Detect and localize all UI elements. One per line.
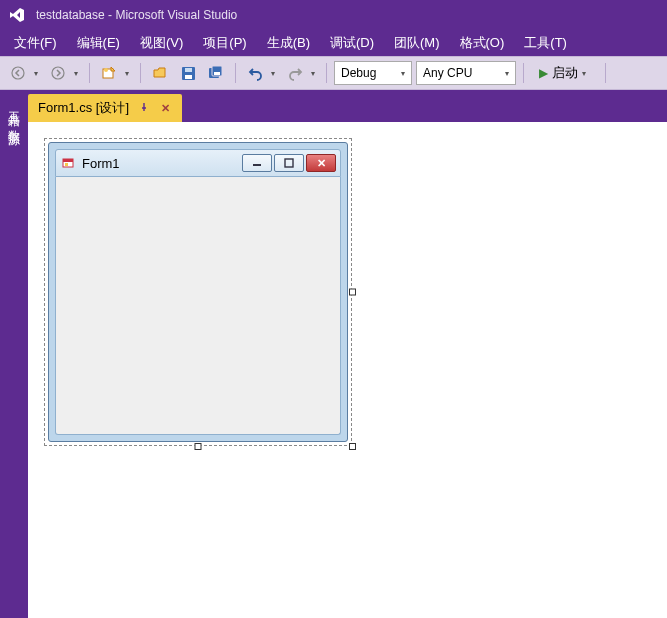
resize-handle-bottom[interactable]: [195, 443, 202, 450]
chevron-down-icon: ▾: [505, 69, 509, 78]
svg-rect-11: [63, 159, 73, 162]
svg-rect-5: [185, 75, 192, 79]
svg-rect-12: [65, 163, 68, 166]
save-all-button[interactable]: [204, 61, 228, 85]
nav-forward-button[interactable]: [46, 61, 70, 85]
toolbar-separator: [89, 63, 90, 83]
resize-handle-corner[interactable]: [349, 443, 356, 450]
side-tabs: 工具箱 数据源: [0, 90, 24, 618]
vs-logo-icon: [8, 6, 26, 24]
window-title: testdatabase - Microsoft Visual Studio: [36, 8, 237, 22]
toolbar-separator: [326, 63, 327, 83]
menu-debug[interactable]: 调试(D): [320, 31, 384, 55]
form-selection[interactable]: Form1 ✕: [48, 142, 348, 442]
menu-file[interactable]: 文件(F): [4, 31, 67, 55]
config-combo[interactable]: Debug ▾: [334, 61, 412, 85]
svg-rect-6: [185, 68, 192, 72]
svg-rect-13: [253, 164, 261, 166]
menu-project[interactable]: 项目(P): [193, 31, 256, 55]
form-title-text: Form1: [82, 156, 120, 171]
form-window-buttons: ✕: [242, 154, 336, 172]
nav-back-button[interactable]: [6, 61, 30, 85]
platform-combo[interactable]: Any CPU ▾: [416, 61, 516, 85]
document-tabs: Form1.cs [设计] ✕: [28, 94, 667, 122]
form-preview[interactable]: Form1 ✕: [48, 142, 348, 442]
side-tab-toolbox[interactable]: 工具箱: [0, 96, 24, 114]
run-button-label: 启动: [552, 64, 578, 82]
chevron-down-icon: ▾: [401, 69, 405, 78]
side-tab-datasources[interactable]: 数据源: [0, 114, 24, 132]
designer-surface[interactable]: Form1 ✕: [28, 122, 667, 618]
save-button[interactable]: [176, 61, 200, 85]
toolbar-separator: [140, 63, 141, 83]
form-close-button[interactable]: ✕: [306, 154, 336, 172]
tab-form1-design[interactable]: Form1.cs [设计] ✕: [28, 94, 182, 122]
config-combo-value: Debug: [341, 66, 376, 80]
platform-combo-value: Any CPU: [423, 66, 472, 80]
redo-button[interactable]: [283, 61, 307, 85]
chevron-down-icon[interactable]: ▾: [74, 69, 82, 78]
toolbar-separator: [523, 63, 524, 83]
menu-edit[interactable]: 编辑(E): [67, 31, 130, 55]
tab-label: Form1.cs [设计]: [38, 99, 129, 117]
chevron-down-icon[interactable]: ▾: [34, 69, 42, 78]
menu-bar: 文件(F) 编辑(E) 视图(V) 项目(P) 生成(B) 调试(D) 团队(M…: [0, 30, 667, 56]
svg-rect-14: [285, 159, 293, 167]
chevron-down-icon: ▾: [582, 69, 590, 78]
form-icon: [62, 156, 76, 170]
form-titlebar: Form1 ✕: [55, 149, 341, 177]
chevron-down-icon[interactable]: ▾: [311, 69, 319, 78]
open-file-button[interactable]: [148, 61, 172, 85]
run-button[interactable]: ▶ 启动 ▾: [531, 61, 598, 85]
svg-point-3: [104, 68, 108, 72]
pin-icon[interactable]: [137, 102, 151, 114]
form-client-area[interactable]: [55, 177, 341, 435]
chevron-down-icon[interactable]: ▾: [125, 69, 133, 78]
svg-rect-9: [214, 72, 220, 75]
menu-team[interactable]: 团队(M): [384, 31, 450, 55]
chevron-down-icon[interactable]: ▾: [271, 69, 279, 78]
undo-button[interactable]: [243, 61, 267, 85]
form-maximize-button[interactable]: [274, 154, 304, 172]
menu-build[interactable]: 生成(B): [257, 31, 320, 55]
play-icon: ▶: [539, 66, 548, 80]
new-project-button[interactable]: [97, 61, 121, 85]
form-minimize-button[interactable]: [242, 154, 272, 172]
resize-handle-right[interactable]: [349, 289, 356, 296]
main-area: 工具箱 数据源 Form1.cs [设计] ✕: [0, 90, 667, 618]
svg-point-1: [52, 67, 64, 79]
toolbar: ▾ ▾ ▾ ▾ ▾ Debug ▾ Any CPU ▾ ▶ 启动 ▾: [0, 56, 667, 90]
document-host: Form1.cs [设计] ✕: [28, 94, 667, 618]
toolbar-separator: [605, 63, 606, 83]
svg-point-0: [12, 67, 24, 79]
toolbar-separator: [235, 63, 236, 83]
menu-tools[interactable]: 工具(T): [514, 31, 577, 55]
menu-view[interactable]: 视图(V): [130, 31, 193, 55]
title-bar: testdatabase - Microsoft Visual Studio: [0, 0, 667, 30]
menu-format[interactable]: 格式(O): [450, 31, 515, 55]
close-tab-button[interactable]: ✕: [159, 102, 172, 115]
